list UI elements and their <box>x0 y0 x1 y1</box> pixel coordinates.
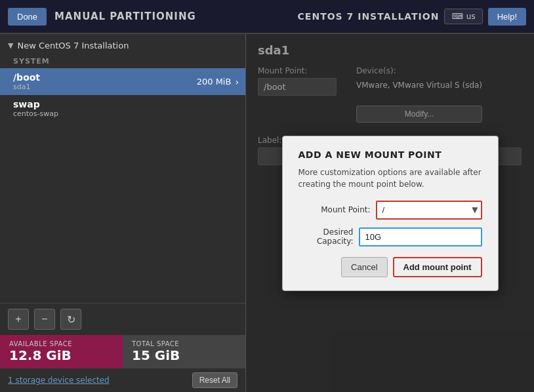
modal-description: More customization options are available… <box>298 167 482 190</box>
available-value: 12.8 GiB <box>9 347 113 363</box>
keyboard-indicator: ⌨ us <box>444 9 482 24</box>
keyboard-lang: us <box>466 12 476 21</box>
add-mount-point-modal: ADD A NEW MOUNT POINT More customization… <box>282 136 499 291</box>
storage-link-row: 1 storage device selected Reset All <box>0 368 245 392</box>
sidebar: ▼ New CentOS 7 Installation SYSTEM /boot… <box>0 34 246 392</box>
partition-swap-info: swap centos-swap <box>13 99 239 118</box>
modal-capacity-row: Desired Capacity: <box>298 227 482 246</box>
total-value: 15 GiB <box>132 347 236 363</box>
partition-boot-size: 200 MiB › <box>197 77 239 87</box>
keyboard-icon: ⌨ <box>451 12 462 21</box>
modal-mount-point-select[interactable]: / /boot /home /var swap <box>376 201 482 220</box>
modal-buttons: Cancel Add mount point <box>298 257 482 277</box>
help-button[interactable]: Help! <box>488 8 526 26</box>
header-left: Done MANUAL PARTITIONING <box>8 8 196 26</box>
app-title: MANUAL PARTITIONING <box>54 10 196 22</box>
cancel-button[interactable]: Cancel <box>341 257 387 277</box>
modal-overlay: ADD A NEW MOUNT POINT More customization… <box>246 34 534 392</box>
partition-swap[interactable]: swap centos-swap <box>0 95 245 122</box>
total-space: TOTAL SPACE 15 GiB <box>123 335 245 368</box>
modal-capacity-input[interactable] <box>359 227 482 246</box>
remove-partition-button[interactable]: − <box>34 309 55 330</box>
refresh-button[interactable]: ↻ <box>60 309 81 330</box>
partition-boot[interactable]: /boot sda1 200 MiB › <box>0 68 245 95</box>
partition-boot-sub: sda1 <box>13 83 197 91</box>
centos-label: CENTOS 7 INSTALLATION <box>298 11 440 22</box>
modal-mount-point-label: Mount Point: <box>298 205 371 214</box>
sidebar-header: ▼ New CentOS 7 Installation <box>0 34 245 54</box>
expand-icon: ▼ <box>8 41 13 50</box>
main-layout: ▼ New CentOS 7 Installation SYSTEM /boot… <box>0 34 534 392</box>
partition-boot-info: /boot sda1 <box>13 72 197 91</box>
total-label: TOTAL SPACE <box>132 340 236 347</box>
arrow-right-icon: › <box>235 77 239 87</box>
modal-mount-point-wrapper: / /boot /home /var swap ▼ <box>376 201 482 220</box>
partition-boot-name: /boot <box>13 72 197 83</box>
header: Done MANUAL PARTITIONING CENTOS 7 INSTAL… <box>0 0 534 34</box>
system-label: SYSTEM <box>0 54 245 68</box>
done-button[interactable]: Done <box>8 8 47 26</box>
available-space: AVAILABLE SPACE 12.8 GiB <box>0 335 123 368</box>
add-mount-point-button[interactable]: Add mount point <box>393 257 482 277</box>
modal-mount-point-row: Mount Point: / /boot /home /var swap ▼ <box>298 201 482 220</box>
space-bar: AVAILABLE SPACE 12.8 GiB TOTAL SPACE 15 … <box>0 335 245 368</box>
sidebar-footer: + − ↻ <box>0 303 245 335</box>
modal-title: ADD A NEW MOUNT POINT <box>298 149 482 160</box>
modal-capacity-label: Desired Capacity: <box>298 227 354 246</box>
add-partition-button[interactable]: + <box>8 309 29 330</box>
header-right: CENTOS 7 INSTALLATION ⌨ us Help! <box>298 8 526 26</box>
reset-all-button[interactable]: Reset All <box>192 372 237 388</box>
available-label: AVAILABLE SPACE <box>9 340 113 347</box>
storage-device-link[interactable]: 1 storage device selected <box>8 376 110 385</box>
installation-label: New CentOS 7 Installation <box>17 41 129 50</box>
right-panel: sda1 Mount Point: /boot Device(s): VMwar… <box>246 34 534 392</box>
partition-swap-sub: centos-swap <box>13 109 239 118</box>
partition-swap-name: swap <box>13 99 239 109</box>
